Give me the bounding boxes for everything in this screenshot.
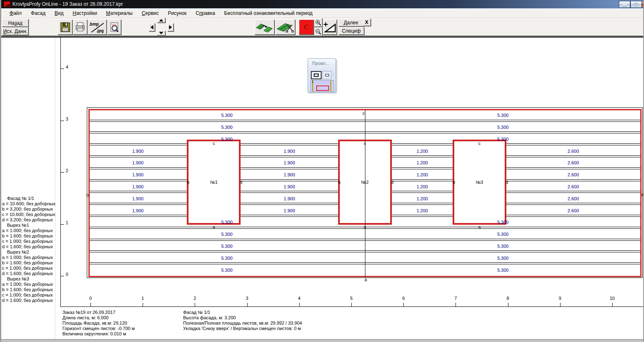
facade-info-line: d = 1.600; без доборных <box>2 271 53 276</box>
source-data-button[interactable]: Исх. Данн. <box>2 27 29 35</box>
menu-item-сервис[interactable]: Сервис <box>137 10 163 17</box>
next-button[interactable]: Далее <box>339 19 363 26</box>
minimize-icon: ▬ <box>619 1 630 7</box>
restore-button[interactable]: ❐ <box>630 1 642 8</box>
svg-text:.bmp: .bmp <box>89 22 99 26</box>
menu-item-файл[interactable]: Файл <box>5 10 26 17</box>
sheets-arrow-icon <box>255 21 274 33</box>
facade-info-line: b = 3.200; без доборных <box>2 207 53 211</box>
toolbar: Назад Исх. Данн. 1/1 <box>1 18 643 36</box>
minimap-viewport[interactable] <box>316 86 329 91</box>
facade-minimap[interactable]: 1 <box>310 80 334 92</box>
menu-bar: ФайлФасадВидНастройкиМатериалыСервисРису… <box>1 9 643 18</box>
back-button[interactable]: Назад <box>2 19 29 27</box>
navigator-page-button-active[interactable] <box>311 71 322 79</box>
facade-info-line: b = 1.600; без доборных <box>2 287 53 292</box>
zoom-out-icon <box>315 28 322 35</box>
arrow-left-icon <box>150 25 153 29</box>
page-thumbnail-icon <box>325 74 329 76</box>
facade-info-line: b = 1.600; без доборных <box>2 233 53 238</box>
preview-button[interactable] <box>107 19 121 35</box>
menu-item-настройки[interactable]: Настройки <box>68 10 102 17</box>
facade-info-line: Вырез №2 <box>7 249 29 254</box>
plus-shape-icon <box>324 21 336 33</box>
facade-info-line: Вырез №1 <box>7 223 29 228</box>
title-bar[interactable]: KrovlyaProfy OnLine - 19 Заказ от 26.09.… <box>1 0 643 9</box>
navigator-panel[interactable]: Прово... : 1 <box>308 58 336 93</box>
navigator-page-button[interactable] <box>322 71 332 79</box>
step-down-button[interactable] <box>157 31 165 36</box>
application-window: KrovlyaProfy OnLine - 19 Заказ от 26.09.… <box>0 0 644 342</box>
facade-info-line: a = 1.000; без доборных <box>2 255 53 260</box>
window-bottom-border <box>1 339 643 342</box>
step-right-button[interactable] <box>167 23 174 31</box>
close-button[interactable] <box>642 1 644 8</box>
navigator-title: Прово... <box>312 61 329 66</box>
facade-info-line: a = 1.000; без доборных <box>2 282 53 287</box>
minimap-edge-line <box>331 81 332 91</box>
zoom-in-button[interactable] <box>314 18 322 27</box>
spec-button[interactable]: Специф <box>339 27 364 35</box>
close-x-button[interactable]: X <box>363 19 371 26</box>
facade-info-line: Фасад № 1/1 <box>7 196 34 201</box>
facade-info-line: d = 3.200; без доборных <box>2 217 53 222</box>
facade-info-line: b = 1.600; без доборных <box>2 260 53 265</box>
zoom-out-button[interactable] <box>314 27 322 36</box>
restore-icon: ❐ <box>631 1 642 7</box>
c-mode-button[interactable]: C <box>299 19 314 35</box>
svg-text:.jpg: .jpg <box>96 28 104 33</box>
arrow-up-icon <box>159 19 163 21</box>
printer-icon <box>75 22 86 33</box>
sheet-scissors-icon <box>276 21 294 33</box>
arrow-right-icon <box>169 25 172 29</box>
facade-info-line: Вырез №3 <box>7 276 29 281</box>
facade-info-line: c = 1.000; без доборных <box>2 266 52 271</box>
facade-info-line: d = 1.600; без доборных <box>2 298 53 303</box>
menu-item-материалы[interactable]: Материалы <box>102 10 137 17</box>
cut-sheet-button[interactable] <box>275 19 295 35</box>
arrow-down-icon <box>159 32 163 34</box>
navigator-overflow: : <box>333 72 334 77</box>
save-button[interactable] <box>58 19 72 35</box>
menu-item-trial-period[interactable]: Бесплатный ознакомительный период <box>219 10 317 17</box>
facade-info-line: a = 1.000; без доборных <box>2 228 53 233</box>
menu-item-рисунок[interactable]: Рисунок <box>163 10 191 17</box>
window-title: KrovlyaProfy OnLine - 19 Заказ от 26.09.… <box>12 1 123 7</box>
facade-info-line: c = 1.000; без доборных <box>2 292 52 297</box>
menu-item-вид[interactable]: Вид <box>50 10 68 17</box>
menu-item-справка[interactable]: Справка <box>191 10 219 17</box>
app-icon <box>4 1 10 7</box>
facade-info-line: a = 10.600; без доборных <box>2 201 55 206</box>
export-bmp-jpg-button[interactable]: .bmp .jpg <box>88 19 107 35</box>
facade-info-line: c = 10.600; без доборных <box>2 212 55 217</box>
print-button[interactable] <box>73 19 87 35</box>
step-up-button[interactable] <box>157 18 165 23</box>
facade-info-line: c = 1.000; без доборных <box>2 239 52 244</box>
page-magnifier-icon <box>109 22 120 33</box>
step-left-button[interactable] <box>149 23 155 31</box>
facade-info-line: d = 1.600; без доборных <box>2 244 53 249</box>
bmp-jpg-icon: .bmp .jpg <box>88 21 106 33</box>
menu-item-фасад[interactable]: Фасад <box>26 10 50 17</box>
minimap-page-number: 1 <box>312 79 314 83</box>
page-thumbnail-icon <box>314 74 319 77</box>
minimize-button[interactable]: ▬ <box>619 1 630 8</box>
apply-sheets-button[interactable] <box>255 19 274 35</box>
close-icon <box>642 1 644 7</box>
floppy-icon <box>60 22 71 33</box>
zoom-in-icon <box>315 19 322 26</box>
add-shape-button[interactable] <box>323 19 337 35</box>
facade-info-panel: Фасад № 1/1a = 10.600; без доборныхb = 3… <box>1 38 55 339</box>
